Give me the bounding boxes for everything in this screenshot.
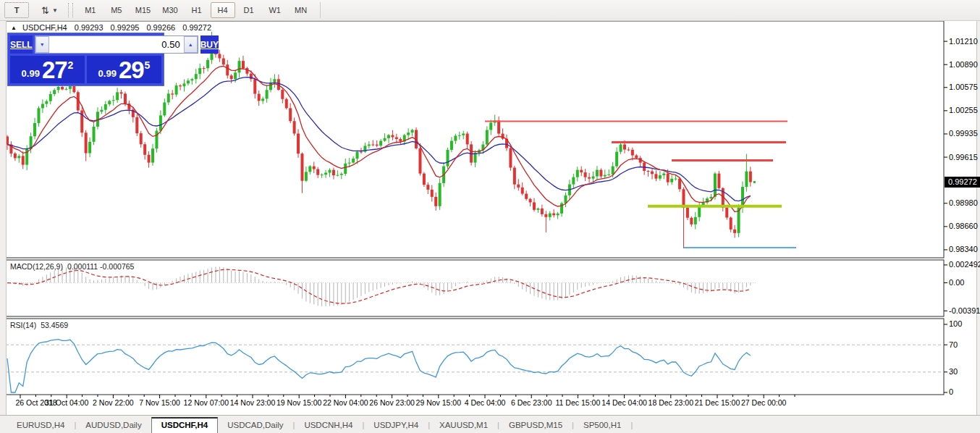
price-tick-label: 0.99935 — [949, 129, 978, 138]
bottom-tab-xauusd[interactable]: XAUUSD,M1 — [430, 418, 497, 433]
sell-price-prefix: 0.99 — [22, 68, 40, 79]
arrows-tool-button[interactable]: ⇅ ▼ — [36, 2, 63, 18]
macd-tick-label: -0.003913 — [949, 306, 980, 315]
ma-fast-line — [7, 67, 751, 212]
price-tick-label: 0.98660 — [949, 222, 978, 230]
macd-tick-label: 0.002492 — [949, 260, 980, 269]
timeframe-button-w1[interactable]: W1 — [263, 2, 287, 18]
symbol-period-label: USDCHF,H4 — [22, 23, 67, 32]
timeframe-button-h1[interactable]: H1 — [185, 2, 209, 18]
collapse-icon[interactable]: ▲ — [11, 25, 17, 31]
macd-histogram — [7, 266, 751, 306]
low-value: 0.99266 — [146, 23, 175, 32]
arrows-tool-icon: ⇅ — [41, 6, 49, 15]
price-tick-label: 0.98980 — [949, 198, 978, 207]
rsi-tick-label: 30 — [949, 367, 958, 376]
price-tick-label: 1.01210 — [949, 37, 978, 46]
rsi-tick-label: 100 — [949, 319, 962, 328]
timeframe-button-m30[interactable]: M30 — [157, 2, 182, 18]
timeframe-button-h4[interactable]: H4 — [211, 2, 235, 18]
sell-price-pip: 2 — [68, 59, 74, 71]
macd-values: 0.000111 -0.000765 — [67, 262, 134, 271]
timeframe-button-group: M1M5M15M30H1H4D1W1MN — [77, 2, 314, 18]
bottom-tab-eurusd[interactable]: EURUSD,H4 — [7, 418, 74, 433]
timeframe-button-mn[interactable]: MN — [289, 2, 313, 18]
rsi-value: 53.4569 — [41, 321, 68, 329]
price-tick-label: 0.98340 — [949, 245, 978, 253]
volume-input[interactable] — [49, 36, 184, 53]
chart-title: ▲ USDCHF,H4 0.99293 0.99295 0.99266 0.99… — [11, 23, 211, 32]
buy-price-pip: 5 — [145, 59, 151, 71]
last-price-marker — [753, 181, 756, 183]
pane-frame — [6, 260, 944, 316]
timeframe-button-d1[interactable]: D1 — [237, 2, 261, 18]
price-tick-label: 1.00890 — [949, 60, 978, 69]
close-value: 0.99272 — [182, 23, 211, 32]
bottom-tab-usdcad[interactable]: USDCAD,Daily — [218, 418, 292, 433]
window-left-edge — [0, 20, 7, 415]
current-price-tag: 0.99272 — [945, 177, 980, 188]
pane-frame — [6, 319, 944, 395]
chart-tab-bar: EURUSD,H4|AUDUSD,DailyUSDCHF,H4USDCAD,Da… — [0, 415, 980, 433]
sell-price-big-digits: 27 — [42, 59, 67, 81]
volume-decrement-button[interactable]: ▼ — [35, 36, 49, 53]
timeframe-button-m15[interactable]: M15 — [130, 2, 156, 18]
rsi-tick-label: 0 — [949, 387, 953, 396]
open-value: 0.99293 — [75, 23, 104, 32]
rsi-line — [7, 340, 751, 392]
dropdown-caret-icon: ▼ — [52, 7, 58, 14]
rsi-tick-label: 70 — [949, 340, 958, 349]
tab-separator: | — [630, 421, 633, 433]
bottom-tab-usdchf[interactable]: USDCHF,H4 — [151, 417, 219, 433]
buy-price-display[interactable]: 0.99 29 5 — [87, 56, 161, 83]
rsi-name: RSI(14) — [10, 321, 36, 329]
trading-terminal-window: T ⇅ ▼ M1M5M15M30H1H4D1W1MN ▲ USDCHF,H4 0… — [0, 0, 980, 433]
text-tool-button[interactable]: T — [4, 2, 29, 18]
macd-name: MACD(12,26,9) — [10, 262, 63, 271]
timeframe-button-m5[interactable]: M5 — [104, 2, 129, 18]
timeframe-button-m1[interactable]: M1 — [78, 2, 103, 18]
one-click-trading-panel: SELL ▼ ▲ BUY 0.99 27 2 0.99 29 5 — [7, 33, 164, 86]
rsi-label: RSI(14)53.4569 — [10, 321, 68, 329]
bottom-tab-usdjpy[interactable]: USDJPY,H4 — [364, 418, 428, 433]
buy-price-prefix: 0.99 — [98, 68, 117, 79]
bottom-tab-audusd[interactable]: AUDUSD,Daily — [76, 418, 151, 433]
sell-price-display[interactable]: 0.99 27 2 — [10, 56, 85, 83]
price-tick-label: 0.99615 — [949, 153, 978, 161]
macd-tick-label: 0.00 — [949, 278, 964, 287]
buy-price-big-digits: 29 — [119, 59, 144, 81]
toolbar: T ⇅ ▼ M1M5M15M30H1H4D1W1MN — [0, 0, 980, 21]
volume-increment-button[interactable]: ▲ — [184, 36, 198, 53]
bottom-tab-usdcnh[interactable]: USDCNH,H4 — [295, 418, 362, 433]
price-tick-label: 1.00255 — [949, 106, 978, 114]
time-axis-label: 27 Dec 00:00 — [729, 398, 798, 407]
toolbar-separator — [320, 2, 321, 18]
toolbar-grip — [68, 3, 73, 17]
macd-signal-line — [7, 269, 751, 303]
sell-button[interactable]: SELL — [10, 35, 33, 54]
price-tick-label: 1.00575 — [949, 83, 978, 91]
bottom-tab-gbpusd[interactable]: GBPUSD,M15 — [499, 418, 572, 433]
high-value: 0.99295 — [111, 23, 140, 32]
buy-button[interactable]: BUY — [200, 35, 219, 54]
macd-label: MACD(12,26,9)0.000111 -0.000765 — [10, 262, 134, 271]
window-right-edge — [976, 20, 980, 415]
bottom-tab-sp500[interactable]: SP500,H1 — [574, 418, 630, 433]
